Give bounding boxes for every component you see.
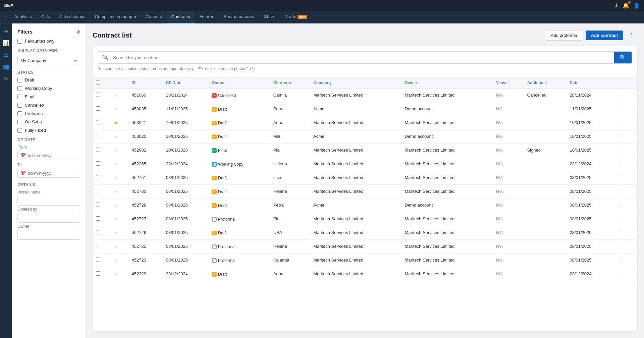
tab-recap-manager[interactable]: Recap manager [219, 11, 259, 23]
row-star[interactable]: ★ [110, 143, 128, 157]
filter-reset-icon[interactable]: ⊘ [76, 29, 80, 35]
tab-trade[interactable]: Trade NEW [280, 11, 312, 23]
col-status[interactable]: Status [209, 77, 270, 89]
owner-input[interactable] [17, 230, 80, 240]
row-star[interactable]: ★ [110, 212, 128, 226]
tab-calc[interactable]: Calc [37, 11, 55, 23]
row-star[interactable]: ★ [110, 171, 128, 184]
status-working-checkbox[interactable] [17, 86, 22, 91]
row-checkbox[interactable] [96, 134, 100, 138]
more-options-button[interactable]: ⋮ [626, 31, 637, 41]
col-additional[interactable]: Additional [524, 77, 567, 89]
tab-analytics[interactable]: Analytics [10, 11, 37, 23]
row-more[interactable]: ⋮ [612, 226, 637, 239]
row-checkbox[interactable] [96, 175, 100, 179]
table-row[interactable]: ★ 453021 10/01/2025 ✏ Draft Anna Maritec… [93, 116, 637, 129]
table-row[interactable]: ★ 452265 23/12/2024 📋 Working Copy Helen… [93, 157, 637, 171]
row-star[interactable]: ★ [110, 198, 128, 212]
row-more[interactable]: ⋮ [612, 253, 637, 267]
status-final-label[interactable]: Final [25, 94, 34, 99]
tab-share[interactable]: Share [259, 11, 280, 23]
row-star[interactable]: ★ [110, 239, 128, 253]
tab-compliance-manager[interactable]: Compliance manager [90, 11, 141, 23]
col-vessel[interactable]: Vessel [493, 77, 524, 89]
table-row[interactable]: ★ 452723 08/01/2025 📄 Proforma Kalanda M… [93, 253, 637, 267]
row-star[interactable]: ★ [110, 267, 128, 281]
status-final-checkbox[interactable] [17, 95, 22, 99]
row-more[interactable]: ⋮ [612, 267, 637, 281]
row-more[interactable]: ⋮ [612, 157, 637, 171]
row-star[interactable]: ★ [110, 253, 128, 267]
table-row[interactable]: ★ 452726 08/01/2025 ✏ Draft USA Maritech… [93, 226, 637, 239]
tab-calc-distance[interactable]: Calc distance [55, 11, 90, 23]
add-proforma-button[interactable]: Add proforma [545, 30, 583, 41]
row-more[interactable]: ⋮ [612, 116, 637, 129]
table-row[interactable]: ★ 452730 08/01/2025 ✏ Draft Helena Marit… [93, 184, 637, 198]
user-icon[interactable]: 👤 [633, 2, 640, 9]
status-proforma-checkbox[interactable] [17, 111, 22, 116]
row-more[interactable]: ⋮ [612, 143, 637, 157]
tab-connect[interactable]: Connect [141, 11, 166, 23]
row-star[interactable]: ★ [110, 226, 128, 239]
status-fullyfixed-label[interactable]: Fully Fixed [25, 128, 46, 133]
sidebar-icon-list[interactable]: ☰ [2, 50, 10, 60]
row-checkbox[interactable] [96, 161, 100, 166]
col-id[interactable]: ID [128, 77, 163, 89]
tab-futures[interactable]: Futures [195, 11, 219, 23]
add-contract-button[interactable]: Add contract [586, 31, 623, 40]
notification-icon[interactable]: 🔔 [623, 2, 629, 9]
sidebar-icon-mail[interactable]: ✉ [2, 73, 10, 83]
row-more[interactable]: ⋮ [612, 184, 637, 198]
tab-contracts[interactable]: Contracts [167, 11, 195, 23]
from-date-input[interactable] [28, 153, 77, 158]
table-row[interactable]: ★ 452751 08/01/2025 ✏ Draft Lisa Maritec… [93, 171, 637, 184]
status-onsubs-checkbox[interactable] [17, 120, 22, 124]
help-icon[interactable]: ? [250, 67, 255, 71]
row-checkbox[interactable] [96, 258, 100, 262]
vessel-name-input[interactable] [17, 196, 80, 206]
col-owner[interactable]: Owner [401, 77, 493, 89]
row-star[interactable]: ★ [110, 157, 128, 171]
row-checkbox[interactable] [96, 148, 100, 152]
sidebar-icon-users[interactable]: 👥 [1, 61, 11, 72]
to-date-wrap[interactable]: 📅 [17, 169, 80, 178]
row-checkbox[interactable] [96, 203, 100, 207]
sidebar-icon-arrow[interactable]: ➜ [2, 26, 10, 37]
favourites-only-checkbox[interactable] [17, 39, 22, 44]
row-more[interactable]: ⋮ [612, 212, 637, 226]
created-by-input[interactable] [17, 213, 80, 223]
col-date[interactable]: Date [566, 77, 612, 89]
download-icon[interactable]: ⬇ [614, 2, 619, 9]
row-checkbox[interactable] [96, 106, 100, 111]
row-star[interactable]: ★ [110, 184, 128, 198]
col-charterer[interactable]: Charterer [270, 77, 310, 89]
row-more[interactable]: ⋮ [612, 129, 637, 143]
row-checkbox[interactable] [96, 230, 100, 234]
table-row[interactable]: ★ 452329 23/12/2024 ✏ Draft Anna Maritec… [93, 267, 637, 281]
row-checkbox[interactable] [96, 271, 100, 276]
status-onsubs-label[interactable]: On Subs [25, 119, 42, 124]
row-more[interactable]: ⋮ [612, 171, 637, 184]
status-cancelled-checkbox[interactable] [17, 103, 22, 108]
row-checkbox[interactable] [96, 120, 100, 124]
search-icon-button[interactable]: 🔍 [98, 52, 113, 63]
sidebar-icon-chart[interactable]: 📊 [1, 38, 11, 48]
row-more[interactable]: ⋮ [612, 88, 637, 102]
table-row[interactable]: ★ 452982 10/01/2025 ✓ Final Pia Maritech… [93, 143, 637, 157]
select-all-checkbox[interactable] [96, 80, 100, 84]
table-row[interactable]: ★ 451060 28/11/2024 ✕ Cancelled Camila M… [93, 88, 637, 102]
row-star[interactable]: ★ [110, 129, 128, 143]
row-more[interactable]: ⋮ [612, 198, 637, 212]
col-cp-date[interactable]: CP Date [163, 77, 209, 89]
display-data-dropdown[interactable]: My Company [17, 56, 80, 65]
nav-next[interactable]: › [312, 13, 319, 21]
row-star[interactable]: ★ [110, 88, 128, 102]
to-date-input[interactable] [28, 171, 77, 176]
nav-prev[interactable]: ‹ [3, 13, 10, 21]
row-checkbox[interactable] [96, 244, 100, 248]
table-row[interactable]: ★ 453020 10/01/2025 ✏ Draft Mia Acme Dem… [93, 129, 637, 143]
favourites-only-label[interactable]: Favourites only [25, 39, 54, 44]
row-star[interactable]: ★ [110, 102, 128, 116]
status-fullyfixed-checkbox[interactable] [17, 128, 22, 133]
row-checkbox[interactable] [96, 216, 100, 221]
